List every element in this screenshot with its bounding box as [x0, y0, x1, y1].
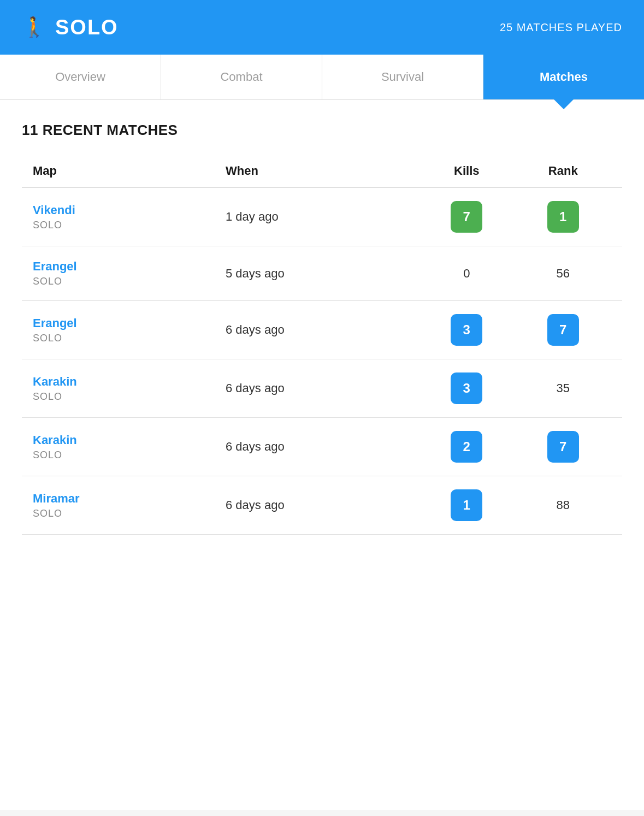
map-info: Erangel SOLO — [33, 259, 226, 287]
kills-cell: 3 — [418, 314, 515, 346]
rank-cell: 56 — [515, 267, 612, 281]
map-name[interactable]: Erangel — [33, 259, 226, 274]
col-header-kills: Kills — [418, 164, 515, 178]
kills-cell: 7 — [418, 201, 515, 233]
solo-icon: 🚶 — [22, 16, 46, 39]
map-info: Miramar SOLO — [33, 492, 226, 519]
tab-combat[interactable]: Combat — [161, 55, 322, 99]
map-name[interactable]: Karakin — [33, 433, 226, 447]
kills-cell: 0 — [418, 267, 515, 281]
col-header-map: Map — [33, 164, 226, 178]
table-row: Karakin SOLO 6 days ago 3 35 — [22, 359, 622, 418]
tab-survival[interactable]: Survival — [322, 55, 483, 99]
map-mode: SOLO — [33, 450, 226, 461]
header-left: 🚶 SOLO — [22, 16, 119, 39]
header-title: SOLO — [55, 16, 119, 39]
tab-matches[interactable]: Matches — [483, 55, 644, 99]
map-name[interactable]: Vikendi — [33, 203, 226, 217]
header: 🚶 SOLO 25 MATCHES PLAYED — [0, 0, 644, 55]
table-row: Vikendi SOLO 1 day ago 7 1 — [22, 188, 622, 246]
map-info: Erangel SOLO — [33, 316, 226, 344]
col-header-rank: Rank — [515, 164, 612, 178]
map-name[interactable]: Miramar — [33, 492, 226, 506]
rank-badge: 7 — [547, 431, 579, 463]
matches-table: Map When Kills Rank Vikendi SOLO 1 day a… — [22, 155, 622, 535]
rank-cell: 88 — [515, 498, 612, 512]
map-name[interactable]: Erangel — [33, 316, 226, 330]
rank-cell: 7 — [515, 314, 612, 346]
kills-badge: 2 — [451, 431, 482, 463]
when-text: 6 days ago — [226, 498, 418, 512]
map-mode: SOLO — [33, 391, 226, 403]
col-header-when: When — [226, 164, 418, 178]
map-mode: SOLO — [33, 276, 226, 287]
table-row: Karakin SOLO 6 days ago 2 7 — [22, 418, 622, 476]
map-info: Vikendi SOLO — [33, 203, 226, 231]
rank-value: 56 — [557, 267, 570, 280]
rank-cell: 1 — [515, 201, 612, 233]
rank-value: 88 — [557, 498, 570, 512]
rank-badge: 7 — [547, 314, 579, 346]
when-text: 6 days ago — [226, 323, 418, 337]
main-content: 11 RECENT MATCHES Map When Kills Rank Vi… — [0, 100, 644, 810]
rank-badge: 1 — [547, 201, 579, 233]
map-mode: SOLO — [33, 220, 226, 231]
kills-cell: 3 — [418, 372, 515, 404]
kills-badge: 1 — [451, 489, 482, 521]
kills-value: 0 — [463, 267, 470, 280]
tabs: Overview Combat Survival Matches — [0, 55, 644, 100]
when-text: 6 days ago — [226, 440, 418, 454]
kills-cell: 1 — [418, 489, 515, 521]
table-header: Map When Kills Rank — [22, 155, 622, 188]
map-info: Karakin SOLO — [33, 375, 226, 403]
matches-played: 25 MATCHES PLAYED — [500, 21, 622, 34]
table-row: Erangel SOLO 6 days ago 3 7 — [22, 301, 622, 359]
kills-badge: 3 — [451, 314, 482, 346]
map-mode: SOLO — [33, 333, 226, 344]
when-text: 1 day ago — [226, 210, 418, 224]
rank-cell: 7 — [515, 431, 612, 463]
tab-overview[interactable]: Overview — [0, 55, 161, 99]
when-text: 6 days ago — [226, 381, 418, 395]
rank-cell: 35 — [515, 381, 612, 395]
table-row: Miramar SOLO 6 days ago 1 88 — [22, 476, 622, 535]
map-mode: SOLO — [33, 508, 226, 519]
section-title: 11 RECENT MATCHES — [22, 122, 622, 139]
map-name[interactable]: Karakin — [33, 375, 226, 389]
kills-badge: 7 — [451, 201, 482, 233]
kills-badge: 3 — [451, 372, 482, 404]
kills-cell: 2 — [418, 431, 515, 463]
rank-value: 35 — [557, 381, 570, 395]
map-info: Karakin SOLO — [33, 433, 226, 461]
table-row: Erangel SOLO 5 days ago 0 56 — [22, 246, 622, 301]
when-text: 5 days ago — [226, 267, 418, 281]
